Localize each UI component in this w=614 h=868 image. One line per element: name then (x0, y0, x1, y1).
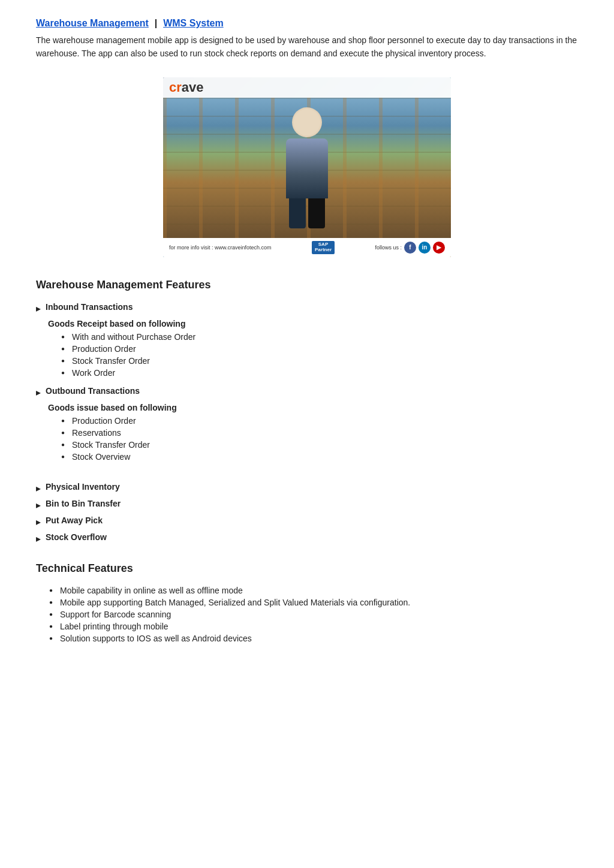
list-item: Mobile app supporting Batch Managed, Ser… (60, 598, 578, 607)
stock-overflow-bullet: ▸ (36, 533, 41, 544)
bin-to-bin-bullet: ▸ (36, 499, 41, 511)
outbound-label: Outbound Transactions (46, 386, 140, 396)
inbound-list: With and without Purchase Order Producti… (72, 332, 578, 378)
outbound-bullet: ▸ (36, 387, 41, 398)
list-item: Production Order (72, 416, 578, 426)
technical-section: Technical Features Mobile capability in … (36, 562, 578, 643)
list-item: Stock Transfer Order (72, 440, 578, 450)
list-item: Solution supports to IOS as well as Andr… (60, 634, 578, 643)
list-item: Work Order (72, 368, 578, 378)
list-item: Stock Overview (72, 452, 578, 462)
warehouse-background (163, 98, 451, 238)
header-links: Warehouse Management | WMS System (36, 18, 578, 29)
linkedin-icon[interactable]: in (419, 242, 431, 254)
list-item: Stock Transfer Order (72, 356, 578, 366)
put-away-bullet: ▸ (36, 516, 41, 528)
stock-overflow-label: Stock Overflow (46, 532, 107, 542)
list-item: Reservations (72, 428, 578, 438)
facebook-icon[interactable]: f (404, 242, 416, 254)
inbound-section: ▸ Inbound Transactions (36, 302, 578, 314)
physical-inventory-bullet: ▸ (36, 483, 41, 494)
put-away-section: ▸ Put Away Pick (36, 516, 578, 528)
logo-ave: ave (182, 80, 204, 95)
inbound-bullet: ▸ (36, 303, 41, 314)
technical-list: Mobile capability in online as well as o… (60, 586, 578, 643)
warehouse-image: crave for more info visit : www.craveinf… (163, 77, 451, 257)
image-container: crave for more info visit : www.craveinf… (36, 77, 578, 257)
follows-text: follows us : (375, 245, 402, 251)
logo-bar: crave (163, 77, 451, 98)
inbound-label: Inbound Transactions (46, 302, 133, 312)
list-item: Label printing through mobile (60, 622, 578, 631)
physical-inventory-label: Physical Inventory (46, 482, 120, 492)
warehouse-management-link[interactable]: Warehouse Management (36, 18, 149, 28)
bin-to-bin-label: Bin to Bin Transfer (46, 499, 121, 508)
list-item: Mobile capability in online as well as o… (60, 586, 578, 595)
goods-receipt-label: Goods Receipt based on following (48, 319, 578, 328)
separator: | (155, 18, 157, 28)
crave-logo: crave (169, 80, 204, 95)
youtube-icon[interactable]: ▶ (433, 242, 445, 254)
features-section: Warehouse Management Features ▸ Inbound … (36, 279, 578, 544)
footer-website: for more info visit : www.craveinfotech.… (169, 245, 272, 251)
technical-heading: Technical Features (36, 562, 578, 575)
physical-inventory-section: ▸ Physical Inventory (36, 482, 578, 494)
image-footer: for more info visit : www.craveinfotech.… (163, 238, 451, 257)
features-heading: Warehouse Management Features (36, 279, 578, 291)
list-item: Support for Barcode scanning (60, 610, 578, 619)
list-item: With and without Purchase Order (72, 332, 578, 342)
wms-system-link[interactable]: WMS System (163, 18, 223, 28)
intro-paragraph: The warehouse management mobile app is d… (36, 34, 578, 61)
logo-cr: cr (169, 80, 182, 95)
bin-to-bin-section: ▸ Bin to Bin Transfer (36, 499, 578, 511)
sap-badge: SAP Partner (312, 241, 335, 254)
social-icons: f in ▶ (404, 242, 445, 254)
outbound-section: ▸ Outbound Transactions (36, 386, 578, 398)
list-item: Production Order (72, 344, 578, 354)
goods-issue-label: Goods issue based on following (48, 403, 578, 412)
put-away-label: Put Away Pick (46, 516, 103, 525)
stock-overflow-section: ▸ Stock Overflow (36, 532, 578, 544)
outbound-list: Production Order Reservations Stock Tran… (72, 416, 578, 462)
